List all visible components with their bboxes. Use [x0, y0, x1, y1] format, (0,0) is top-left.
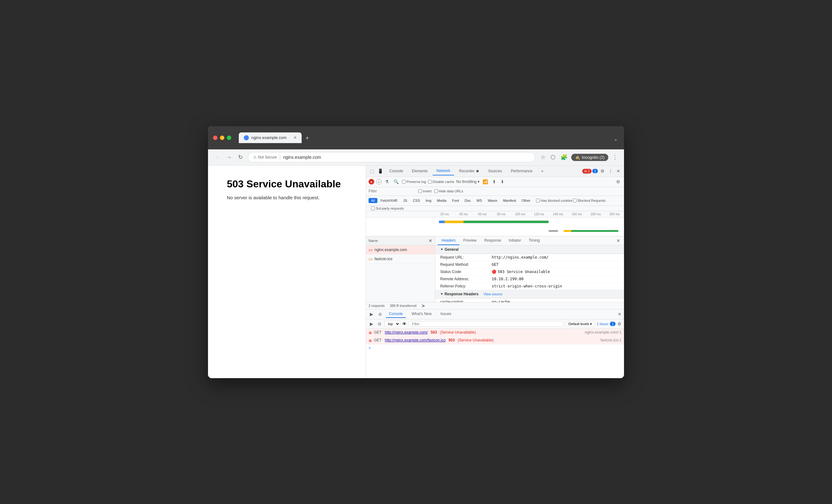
headers-close-button[interactable]: ✕ [615, 236, 622, 245]
timeline-bar-green [464, 221, 548, 223]
default-levels-button[interactable]: Default levels ▾ [566, 321, 595, 327]
devtools-more-icon[interactable]: ⋮ [607, 167, 614, 175]
reload-button[interactable]: ↻ [237, 152, 244, 162]
devtools-tab-recorder[interactable]: Recorder ⏺ [455, 167, 483, 175]
tab-close-button[interactable]: × [294, 135, 296, 141]
devtools-tab-network[interactable]: Network [433, 167, 454, 175]
bookmark-icon[interactable]: ☆ [539, 152, 547, 162]
console-source-1[interactable]: nginx.example.com/:1 [585, 330, 622, 335]
hide-data-urls-checkbox[interactable]: Hide data URLs [434, 189, 464, 193]
devtools-tab-sources[interactable]: Sources [485, 167, 506, 175]
close-window-button[interactable] [213, 136, 217, 140]
filter-icon[interactable]: ⚗ [384, 178, 390, 186]
blocked-requests-checkbox[interactable]: Blocked Requests [573, 199, 606, 202]
devtools-tab-performance[interactable]: Performance [507, 167, 536, 175]
browser-tab[interactable]: nginx.example.com × [239, 133, 302, 143]
issue-count-badge: 1 [610, 322, 616, 326]
tab-bar: nginx.example.com × + ⌄ [239, 133, 619, 143]
filter-type-font[interactable]: Font [450, 198, 462, 203]
devtools-tab-console[interactable]: Console [386, 167, 407, 175]
headers-tab-response[interactable]: Response [480, 236, 505, 245]
throttle-selector[interactable]: No throttling ▾ [456, 179, 479, 184]
devtools-close-icon[interactable]: ✕ [615, 167, 622, 175]
third-party-checkbox[interactable]: 3rd-party requests [371, 206, 622, 210]
console-url-1[interactable]: http://nginx.example.com/ [385, 330, 428, 335]
timeline-ruler: 20 ms 40 ms 60 ms 80 ms 100 ms 120 ms 14… [366, 211, 624, 218]
console-context-selector[interactable]: top [385, 321, 400, 327]
filter-input[interactable] [368, 189, 416, 193]
devtools-network-area: ● ⊘ ⚗ 🔍 Preserve log Disable cache No th… [366, 177, 624, 309]
filter-type-js[interactable]: JS [400, 198, 410, 203]
preserve-log-checkbox[interactable]: Preserve log [402, 180, 426, 184]
network-row-nginx[interactable]: ▭ nginx.example.com [366, 245, 435, 254]
console-source-2[interactable]: favicon.ico:1 [600, 338, 622, 342]
response-headers-section-header[interactable]: ▼ Response Headers View source [435, 290, 624, 299]
headers-tab-preview[interactable]: Preview [459, 236, 480, 245]
console-expand-icon[interactable]: ▶ [368, 320, 374, 328]
headers-tab-initiator[interactable]: Initiator [505, 236, 525, 245]
minimize-window-button[interactable] [220, 136, 224, 140]
view-source-link[interactable]: View source [484, 292, 502, 296]
invert-checkbox[interactable]: Invert [418, 189, 432, 193]
request-name: nginx.example.com [374, 248, 407, 252]
filter-type-media[interactable]: Media [435, 198, 449, 203]
console-tab-issues[interactable]: Issues [437, 310, 454, 318]
warning-count-badge: 1 [592, 169, 598, 173]
filter-type-wasm[interactable]: Wasm [485, 198, 500, 203]
console-error-icon-2: ⊗ [368, 338, 372, 343]
traffic-lights [213, 136, 231, 140]
devtools-settings-icon[interactable]: ⚙ [599, 167, 606, 175]
block-button[interactable]: ⊘ [376, 179, 382, 185]
console-eye-icon[interactable]: 👁 [402, 321, 407, 326]
filter-type-css[interactable]: CSS [410, 198, 423, 203]
filter-type-img[interactable]: Img [423, 198, 434, 203]
network-row-favicon[interactable]: ▭ favicon.ico [366, 254, 435, 263]
console-block-icon[interactable]: ⊘ [377, 310, 383, 318]
filter-type-other[interactable]: Other [519, 198, 533, 203]
filter-type-doc[interactable]: Doc [462, 198, 473, 203]
back-button[interactable]: ← [213, 153, 221, 162]
wifi-icon[interactable]: 📶 [482, 178, 489, 186]
download-icon[interactable]: ⬇ [499, 178, 505, 186]
upload-icon[interactable]: ⬆ [491, 178, 497, 186]
error-count-badge: ⊘ 2 [582, 169, 592, 173]
console-filter-input[interactable] [409, 321, 564, 327]
filter-type-all[interactable]: All [368, 198, 378, 203]
console-collapse-icon[interactable]: ▶ [368, 310, 374, 318]
devtools-pointer-icon[interactable]: ⬚ [368, 167, 375, 175]
filter-type-fetch-xhr[interactable]: Fetch/XHR [378, 198, 400, 203]
console-stop-icon[interactable]: ⊘ [376, 320, 383, 328]
headers-tab-headers[interactable]: Headers [438, 236, 459, 245]
close-network-detail-button[interactable]: ✕ [428, 238, 432, 243]
forward-button[interactable]: → [225, 153, 233, 162]
filter-type-manifest[interactable]: Manifest [500, 198, 519, 203]
devtools-tab-elements[interactable]: Elements [408, 167, 432, 175]
extension-icon[interactable]: ⬡ [549, 152, 557, 162]
console-close-button[interactable]: ✕ [618, 312, 622, 317]
console-toolbar: ▶ ⊘ Console What's New Issues ✕ [366, 309, 624, 319]
third-party-bar: 3rd-party requests [366, 206, 624, 211]
devtools-tab-more[interactable]: » [538, 167, 547, 175]
maximize-window-button[interactable] [227, 136, 231, 140]
console-tab-console[interactable]: Console [386, 310, 406, 318]
console-prompt[interactable]: > [366, 344, 624, 352]
console-url-2[interactable]: http://nginx.example.com/favicon.ico [385, 338, 445, 342]
request-count: 2 requests [368, 304, 385, 308]
general-section-header[interactable]: ▼ General [435, 245, 624, 254]
has-blocked-cookies-checkbox[interactable]: Has blocked cookies [536, 199, 572, 202]
filter-type-ws[interactable]: WS [474, 198, 485, 203]
console-tab-whats-new[interactable]: What's New [409, 310, 435, 318]
tab-dropdown-button[interactable]: ⌄ [613, 135, 619, 143]
devtools-device-icon[interactable]: 📱 [376, 167, 384, 175]
headers-tab-timing[interactable]: Timing [525, 236, 544, 245]
extensions-icon[interactable]: 🧩 [559, 152, 569, 162]
title-bar: nginx.example.com × + ⌄ [208, 126, 624, 149]
console-settings-button[interactable]: ⚙ [617, 321, 622, 326]
disable-cache-checkbox[interactable]: Disable cache [428, 180, 454, 184]
network-settings-icon[interactable]: ⚙ [615, 178, 622, 186]
address-input[interactable]: ⚠ Not Secure | nginx.example.com [248, 152, 536, 162]
new-tab-button[interactable]: + [304, 133, 310, 143]
more-button[interactable]: ⋮ [611, 152, 619, 162]
record-button[interactable]: ● [368, 179, 374, 185]
search-icon[interactable]: 🔍 [392, 178, 400, 186]
